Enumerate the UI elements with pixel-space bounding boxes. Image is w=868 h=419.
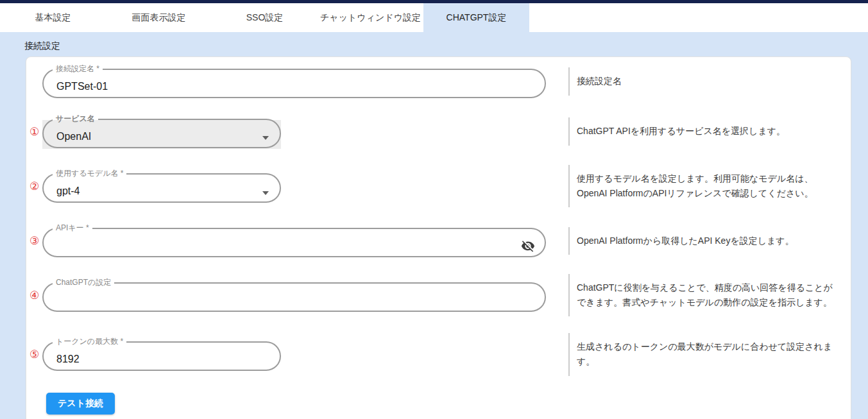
row-marker-3: ③ [26,235,42,246]
api-key-input[interactable] [45,239,543,255]
tab-display-settings[interactable]: 画面表示設定 [106,3,212,32]
service-name-value: OpenAI [45,130,278,146]
field-label: 使用するモデル名 * [56,169,123,178]
chevron-down-icon [262,136,269,140]
model-name-select[interactable]: 使用するモデル名 * gpt-4 [42,169,281,203]
row-test-button: テスト接続 [26,393,851,415]
field-label: トークンの最大数 * [56,337,123,346]
test-connection-button[interactable]: テスト接続 [46,393,115,415]
help-model-name: 使用するモデル名を設定します。利用可能なモデル名は、OpenAI Platfor… [568,165,851,207]
row-max-tokens: ⑤ トークンの最大数 * 生成されるのトークンの最大数がモデルに合わせて設定され… [26,333,851,375]
settings-tab-bar: 基本設定 画面表示設定 SSO設定 チャットウィンドウ設定 CHATGPT設定 [0,3,868,32]
row-api-key: ③ APIキー * OpenAI Platformから取得したAPI Keyを設… [26,224,851,257]
max-tokens-input[interactable] [45,353,278,369]
visibility-off-icon[interactable] [520,238,536,253]
tab-chat-window-settings[interactable]: チャットウィンドウ設定 [318,3,423,32]
chatgpt-settings-page: 接続設定 接続設定名 * 接続設定名 ① サービス名 OpenAI [0,40,868,419]
row-chatgpt-config: ④ ChatGPTの設定 ChatGPTに役割を与えることで、精度の高い回答を得… [26,274,851,316]
help-service-name: ChatGPT APIを利用するサービス名を選択します。 [568,117,851,145]
service-name-select[interactable]: サービス名 OpenAI [42,115,281,148]
chatgpt-config-input[interactable] [45,293,543,309]
row-marker-1: ① [26,126,42,137]
chevron-down-icon [262,191,269,195]
field-label: ChatGPTの設定 [56,278,111,287]
field-label: サービス名 [56,114,95,123]
tab-chatgpt-settings[interactable]: CHATGPT設定 [423,3,529,32]
help-max-tokens: 生成されるのトークンの最大数がモデルに合わせて設定されます。 [568,333,851,375]
row-service-name: ① サービス名 OpenAI ChatGPT APIを利用するサービス名を選択し… [26,115,851,148]
field-label: APIキー * [56,223,89,232]
chatgpt-config-field[interactable]: ChatGPTの設定 [42,278,546,312]
row-model-name: ② 使用するモデル名 * gpt-4 使用するモデル名を設定します。利用可能なモ… [26,165,851,207]
help-connection-name: 接続設定名 [568,67,851,95]
row-connection-name: 接続設定名 * 接続設定名 [26,65,851,98]
tab-sso-settings[interactable]: SSO設定 [212,3,318,32]
section-title-connection-settings: 接続設定 [24,40,851,52]
help-api-key: OpenAI Platformから取得したAPI Keyを設定します。 [568,227,851,255]
connection-settings-card: 接続設定名 * 接続設定名 ① サービス名 OpenAI ChatGPT API… [26,56,851,419]
help-chatgpt-config: ChatGPTに役割を与えることで、精度の高い回答を得ることができます。書式やチ… [568,274,851,316]
connection-name-input[interactable] [45,80,543,96]
max-tokens-field[interactable]: トークンの最大数 * [42,338,281,371]
row-marker-4: ④ [26,290,42,301]
row-marker-5: ⑤ [26,349,42,360]
api-key-field[interactable]: APIキー * [42,224,546,257]
row-marker-2: ② [26,181,42,192]
connection-name-field[interactable]: 接続設定名 * [42,65,546,98]
field-label: 接続設定名 * [56,64,99,73]
tab-basic-settings[interactable]: 基本設定 [0,3,106,32]
model-name-value: gpt-4 [45,184,278,200]
